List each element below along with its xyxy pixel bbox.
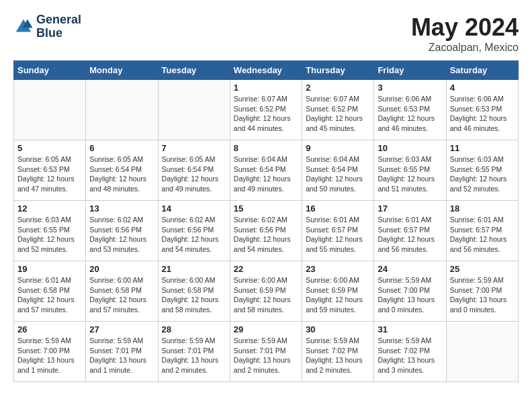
- calendar-cell: 22Sunrise: 6:00 AM Sunset: 6:59 PM Dayli…: [230, 261, 302, 322]
- calendar-cell: 2Sunrise: 6:07 AM Sunset: 6:52 PM Daylig…: [302, 80, 374, 140]
- day-of-week-header: Wednesday: [230, 61, 302, 80]
- day-number: 12: [17, 203, 82, 214]
- calendar-cell: 3Sunrise: 6:06 AM Sunset: 6:53 PM Daylig…: [374, 80, 446, 140]
- day-info: Sunrise: 5:59 AM Sunset: 7:00 PM Dayligh…: [450, 275, 515, 315]
- day-info: Sunrise: 6:00 AM Sunset: 6:58 PM Dayligh…: [89, 275, 154, 315]
- day-number: 14: [162, 203, 226, 214]
- calendar-week-row: 26Sunrise: 5:59 AM Sunset: 7:00 PM Dayli…: [14, 322, 519, 382]
- calendar-cell: 14Sunrise: 6:02 AM Sunset: 6:56 PM Dayli…: [158, 201, 230, 261]
- day-info: Sunrise: 6:04 AM Sunset: 6:54 PM Dayligh…: [306, 154, 370, 194]
- day-number: 15: [234, 203, 298, 214]
- day-number: 27: [89, 324, 154, 334]
- calendar-header-row: SundayMondayTuesdayWednesdayThursdayFrid…: [14, 61, 519, 80]
- day-info: Sunrise: 6:05 AM Sunset: 6:54 PM Dayligh…: [89, 154, 154, 194]
- day-info: Sunrise: 5:59 AM Sunset: 7:01 PM Dayligh…: [162, 336, 226, 375]
- day-number: 10: [378, 143, 442, 153]
- day-number: 23: [306, 264, 370, 274]
- day-number: 6: [89, 143, 154, 153]
- day-info: Sunrise: 6:00 AM Sunset: 6:59 PM Dayligh…: [306, 275, 370, 315]
- calendar-cell: 28Sunrise: 5:59 AM Sunset: 7:01 PM Dayli…: [158, 322, 230, 382]
- calendar-week-row: 12Sunrise: 6:03 AM Sunset: 6:55 PM Dayli…: [14, 201, 519, 261]
- calendar-cell: 9Sunrise: 6:04 AM Sunset: 6:54 PM Daylig…: [302, 140, 374, 201]
- location: Zacoalpan, Mexico: [411, 42, 519, 54]
- calendar-cell: 21Sunrise: 6:00 AM Sunset: 6:58 PM Dayli…: [158, 261, 230, 322]
- day-info: Sunrise: 5:59 AM Sunset: 7:01 PM Dayligh…: [234, 336, 298, 375]
- calendar-cell: 13Sunrise: 6:02 AM Sunset: 6:56 PM Dayli…: [86, 201, 158, 261]
- day-number: 1: [234, 83, 298, 93]
- day-number: 2: [306, 83, 370, 93]
- calendar-cell: 4Sunrise: 6:06 AM Sunset: 6:53 PM Daylig…: [446, 80, 518, 140]
- day-number: 8: [234, 143, 298, 153]
- day-of-week-header: Sunday: [14, 61, 86, 80]
- calendar-week-row: 1Sunrise: 6:07 AM Sunset: 6:52 PM Daylig…: [14, 80, 519, 140]
- day-number: 19: [17, 264, 82, 274]
- calendar-cell: 23Sunrise: 6:00 AM Sunset: 6:59 PM Dayli…: [302, 261, 374, 322]
- day-of-week-header: Thursday: [302, 61, 374, 80]
- day-number: 31: [378, 324, 442, 334]
- day-info: Sunrise: 6:02 AM Sunset: 6:56 PM Dayligh…: [234, 215, 298, 255]
- day-number: 13: [89, 203, 154, 214]
- day-of-week-header: Friday: [374, 61, 446, 80]
- logo-text: General Blue: [36, 13, 81, 40]
- title-block: May 2024 Zacoalpan, Mexico: [411, 13, 519, 54]
- day-number: 17: [378, 203, 442, 214]
- calendar-cell: 24Sunrise: 5:59 AM Sunset: 7:00 PM Dayli…: [374, 261, 446, 322]
- day-number: 28: [162, 324, 226, 334]
- day-info: Sunrise: 6:02 AM Sunset: 6:56 PM Dayligh…: [162, 215, 226, 255]
- day-info: Sunrise: 6:04 AM Sunset: 6:54 PM Dayligh…: [234, 154, 298, 194]
- calendar-week-row: 19Sunrise: 6:01 AM Sunset: 6:58 PM Dayli…: [14, 261, 519, 322]
- day-info: Sunrise: 5:59 AM Sunset: 7:02 PM Dayligh…: [306, 336, 370, 375]
- calendar-cell: 15Sunrise: 6:02 AM Sunset: 6:56 PM Dayli…: [230, 201, 302, 261]
- day-info: Sunrise: 6:07 AM Sunset: 6:52 PM Dayligh…: [234, 94, 298, 134]
- day-info: Sunrise: 6:05 AM Sunset: 6:54 PM Dayligh…: [162, 154, 226, 194]
- page-header: General Blue May 2024 Zacoalpan, Mexico: [13, 13, 519, 54]
- day-number: 4: [450, 83, 515, 93]
- day-number: 5: [17, 143, 82, 153]
- day-number: 18: [450, 203, 515, 214]
- day-of-week-header: Tuesday: [158, 61, 230, 80]
- day-info: Sunrise: 6:05 AM Sunset: 6:53 PM Dayligh…: [17, 154, 82, 194]
- calendar-cell: 5Sunrise: 6:05 AM Sunset: 6:53 PM Daylig…: [14, 140, 86, 201]
- day-info: Sunrise: 6:01 AM Sunset: 6:58 PM Dayligh…: [17, 275, 82, 315]
- day-info: Sunrise: 5:59 AM Sunset: 7:00 PM Dayligh…: [17, 336, 82, 375]
- calendar-cell: 29Sunrise: 5:59 AM Sunset: 7:01 PM Dayli…: [230, 322, 302, 382]
- calendar-cell: 25Sunrise: 5:59 AM Sunset: 7:00 PM Dayli…: [446, 261, 518, 322]
- day-number: 24: [378, 264, 442, 274]
- day-number: 25: [450, 264, 515, 274]
- calendar-cell: 19Sunrise: 6:01 AM Sunset: 6:58 PM Dayli…: [14, 261, 86, 322]
- day-number: 29: [234, 324, 298, 334]
- calendar-cell: [446, 322, 518, 382]
- day-info: Sunrise: 6:03 AM Sunset: 6:55 PM Dayligh…: [17, 215, 82, 255]
- calendar-cell: 1Sunrise: 6:07 AM Sunset: 6:52 PM Daylig…: [230, 80, 302, 140]
- day-number: 11: [450, 143, 515, 153]
- day-of-week-header: Saturday: [446, 61, 518, 80]
- calendar-cell: 31Sunrise: 5:59 AM Sunset: 7:02 PM Dayli…: [374, 322, 446, 382]
- calendar-cell: 20Sunrise: 6:00 AM Sunset: 6:58 PM Dayli…: [86, 261, 158, 322]
- calendar-cell: [86, 80, 158, 140]
- day-number: 16: [306, 203, 370, 214]
- calendar-cell: 6Sunrise: 6:05 AM Sunset: 6:54 PM Daylig…: [86, 140, 158, 201]
- calendar-cell: 17Sunrise: 6:01 AM Sunset: 6:57 PM Dayli…: [374, 201, 446, 261]
- calendar-cell: 30Sunrise: 5:59 AM Sunset: 7:02 PM Dayli…: [302, 322, 374, 382]
- day-number: 20: [89, 264, 154, 274]
- calendar-cell: [158, 80, 230, 140]
- calendar-cell: [14, 80, 86, 140]
- day-info: Sunrise: 6:06 AM Sunset: 6:53 PM Dayligh…: [378, 94, 442, 134]
- day-info: Sunrise: 6:06 AM Sunset: 6:53 PM Dayligh…: [450, 94, 515, 134]
- day-number: 9: [306, 143, 370, 153]
- month-title: May 2024: [411, 13, 519, 42]
- day-number: 21: [162, 264, 226, 274]
- calendar-cell: 16Sunrise: 6:01 AM Sunset: 6:57 PM Dayli…: [302, 201, 374, 261]
- day-number: 30: [306, 324, 370, 334]
- calendar-cell: 8Sunrise: 6:04 AM Sunset: 6:54 PM Daylig…: [230, 140, 302, 201]
- calendar-cell: 18Sunrise: 6:01 AM Sunset: 6:57 PM Dayli…: [446, 201, 518, 261]
- calendar-cell: 12Sunrise: 6:03 AM Sunset: 6:55 PM Dayli…: [14, 201, 86, 261]
- logo-icon: [13, 17, 34, 37]
- day-number: 3: [378, 83, 442, 93]
- calendar-cell: 11Sunrise: 6:03 AM Sunset: 6:55 PM Dayli…: [446, 140, 518, 201]
- day-info: Sunrise: 6:02 AM Sunset: 6:56 PM Dayligh…: [89, 215, 154, 255]
- day-number: 26: [17, 324, 82, 334]
- day-info: Sunrise: 5:59 AM Sunset: 7:00 PM Dayligh…: [378, 275, 442, 315]
- day-info: Sunrise: 6:00 AM Sunset: 6:59 PM Dayligh…: [234, 275, 298, 315]
- calendar-cell: 26Sunrise: 5:59 AM Sunset: 7:00 PM Dayli…: [14, 322, 86, 382]
